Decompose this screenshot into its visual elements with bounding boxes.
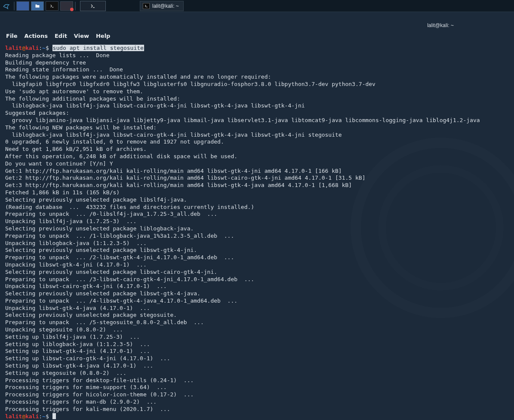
taskbar-window-button[interactable]: lalit@kali: ~ — [140, 1, 184, 11]
taskbar-window-label: lalit@kali: ~ — [152, 3, 179, 9]
panel-left-group — [0, 0, 108, 12]
panel-separator-2 — [75, 2, 76, 10]
terminal-output: Reading package lists ... Done Building … — [5, 52, 480, 412]
prompt-at: @ — [22, 45, 25, 51]
prompt-sep: : — [39, 45, 42, 51]
taskbar-item-workspace[interactable] — [60, 1, 73, 11]
window-title: lalit@kali: ~ — [427, 22, 454, 28]
terminal-cursor — [52, 413, 56, 419]
prompt2-dollar: $ — [46, 413, 49, 420]
taskbar-active-terminal[interactable] — [80, 1, 106, 11]
menu-help[interactable]: Help — [96, 33, 110, 39]
prompt-host: kali — [25, 45, 39, 51]
prompt2-sep: : — [39, 413, 42, 420]
terminal-menubar: File Actions Edit View Help — [6, 33, 110, 39]
prompt-user: lalit — [5, 45, 22, 51]
prompt-dollar: $ — [46, 45, 49, 51]
prompt2-host: kali — [25, 413, 39, 420]
prompt2-path: ~ — [42, 413, 46, 420]
taskbar-item-files[interactable] — [31, 1, 44, 11]
terminal-icon — [143, 3, 150, 9]
system-panel: lalit@kali: ~ — [0, 0, 514, 12]
panel-separator — [14, 2, 15, 10]
terminal-viewport[interactable]: lalit@kali:~$ sudo apt install stegosuit… — [5, 45, 509, 420]
prompt-path: ~ — [42, 45, 46, 51]
kali-menu-icon[interactable] — [0, 0, 13, 12]
menu-file[interactable]: File — [6, 33, 18, 39]
menu-actions[interactable]: Actions — [25, 33, 48, 39]
taskbar-item-1[interactable] — [16, 1, 29, 11]
menu-view[interactable]: View — [74, 33, 89, 39]
taskbar-item-terminal[interactable] — [46, 1, 58, 11]
menu-edit[interactable]: Edit — [55, 33, 67, 39]
prompt2-user: lalit — [5, 413, 22, 420]
prompt2-at: @ — [22, 413, 25, 420]
entered-command: sudo apt install stegosuite — [52, 45, 144, 51]
